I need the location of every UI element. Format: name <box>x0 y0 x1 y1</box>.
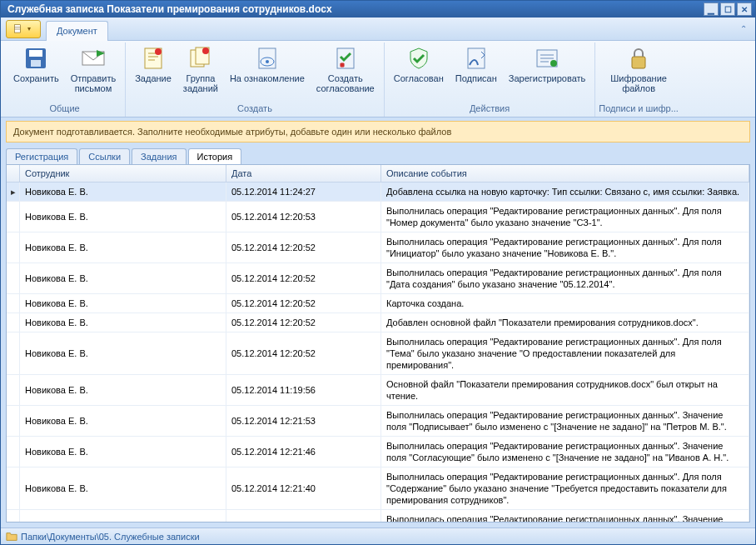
grid-header: Сотрудник Дата Описание события <box>7 165 749 182</box>
row-indicator <box>7 375 20 405</box>
agreed-label: Согласован <box>394 73 444 83</box>
cell-event: Выполнилась операция "Редактирование рег… <box>381 332 749 374</box>
app-window: Служебная записка Показатели премировани… <box>0 0 756 545</box>
row-indicator <box>7 406 20 436</box>
lock-icon <box>625 45 652 72</box>
history-grid: Сотрудник Дата Описание события ▸Новиков… <box>6 164 750 522</box>
detail-tabs: Регистрация Ссылки Задания История <box>1 146 755 164</box>
save-label: Сохранить <box>13 73 59 83</box>
table-row[interactable]: Новикова Е. В.05.12.2014 12:20:52Выполни… <box>7 232 749 263</box>
table-row[interactable]: Новикова Е. В.05.12.2014 12:20:52Выполни… <box>7 263 749 294</box>
row-indicator <box>7 332 20 374</box>
close-button[interactable]: ✕ <box>737 2 752 16</box>
eye-document-icon <box>254 45 281 72</box>
save-button[interactable]: Сохранить <box>7 42 65 86</box>
row-indicator <box>7 202 20 232</box>
table-row[interactable]: Новикова Е. В.05.12.2014 12:21:53Выполни… <box>7 406 749 437</box>
svg-rect-0 <box>14 24 20 32</box>
review-button[interactable]: На ознакомление <box>224 42 311 86</box>
cell-date: 05.12.2014 12:20:52 <box>226 294 381 312</box>
task-group-button[interactable]: Группа заданий <box>177 42 224 96</box>
window-title: Служебная записка Показатели премировани… <box>4 3 702 15</box>
table-row[interactable]: Новикова Е. В.05.12.2014 12:20:52Добавле… <box>7 313 749 332</box>
signed-button[interactable]: Подписан <box>450 42 503 86</box>
col-event[interactable]: Описание события <box>381 165 749 182</box>
app-menu-button[interactable]: ▾ <box>6 20 41 38</box>
svg-point-16 <box>550 60 557 67</box>
task-button[interactable]: Задание <box>129 42 177 86</box>
maximize-button[interactable]: ☐ <box>720 2 735 16</box>
cell-employee: Новикова Е. В. <box>20 182 226 201</box>
check-shield-icon <box>405 45 432 72</box>
cell-employee: Новикова Е. В. <box>20 406 226 436</box>
col-employee[interactable]: Сотрудник <box>20 165 226 182</box>
cell-event: Добавлена ссылка на новую карточку: Тип … <box>381 182 749 201</box>
svg-rect-3 <box>31 60 41 67</box>
cell-event: Выполнилась операция "Редактирование рег… <box>381 406 749 436</box>
cell-date: 05.12.2014 11:19:56 <box>226 375 381 405</box>
tab-history[interactable]: История <box>188 148 242 164</box>
create-approval-button[interactable]: Создать согласование <box>311 42 380 96</box>
ribbon-group-create: Задание Группа заданий На ознакомление С… <box>126 42 385 117</box>
ribbon-tab-document[interactable]: Документ <box>46 21 108 41</box>
table-row[interactable]: Новикова Е. В.05.12.2014 12:21:40Выполни… <box>7 468 749 510</box>
create-approval-label: Создать согласование <box>316 73 375 93</box>
table-row[interactable]: Новикова Е. В.05.12.2014 12:20:53Выполни… <box>7 202 749 232</box>
group-caption-sign: Подписи и шифр... <box>599 103 679 117</box>
row-indicator: ▸ <box>7 182 20 201</box>
cell-date: 05.12.2014 12:20:52 <box>226 313 381 332</box>
row-indicator <box>7 510 20 522</box>
table-row[interactable]: Новикова Е. В.05.12.2014 11:19:56Основно… <box>7 375 749 406</box>
send-mail-button[interactable]: Отправить письмом <box>65 42 122 96</box>
cell-date: 05.12.2014 12:21:53 <box>226 406 381 436</box>
cell-employee: Новикова Е. В. <box>20 468 226 509</box>
register-label: Зарегистрировать <box>509 73 586 83</box>
cell-event: Выполнилась операция "Редактирование рег… <box>381 202 749 232</box>
row-indicator <box>7 437 20 467</box>
svg-rect-14 <box>468 48 485 68</box>
cell-employee: Новикова Е. В. <box>20 263 226 293</box>
send-label: Отправить письмом <box>71 73 117 93</box>
col-date[interactable]: Дата <box>226 165 381 182</box>
ribbon-collapse-button[interactable]: ⌃ <box>737 22 750 36</box>
encrypt-button[interactable]: Шифрование файлов <box>604 42 673 96</box>
cell-event: Выполнилась операция "Редактирование рег… <box>381 437 749 467</box>
svg-rect-2 <box>29 50 42 57</box>
register-icon <box>534 45 560 72</box>
group-caption-common: Общие <box>7 103 122 117</box>
ribbon-group-actions: Согласован Подписан Зарегистрировать Дей… <box>385 42 596 117</box>
agreed-button[interactable]: Согласован <box>388 42 450 86</box>
tab-registration[interactable]: Регистрация <box>6 148 77 164</box>
table-row[interactable]: Новикова Е. В.05.12.2014 12:21:02Выполни… <box>7 510 749 522</box>
cell-event: Выполнилась операция "Редактирование рег… <box>381 263 749 293</box>
tab-tasks[interactable]: Задания <box>132 148 186 164</box>
cell-event: Основной файл "Показатели премирования с… <box>381 375 749 405</box>
tab-links[interactable]: Ссылки <box>79 148 130 164</box>
status-bar: Папки\Документы\05. Служебные записки <box>1 528 755 544</box>
row-indicator <box>7 263 20 293</box>
quick-access-row: ▾ Документ ⌃ <box>1 18 755 41</box>
signed-label: Подписан <box>455 73 497 83</box>
table-row[interactable]: Новикова Е. В.05.12.2014 12:20:52Выполни… <box>7 332 749 375</box>
task-icon <box>140 45 167 72</box>
cell-event: Выполнилась операция "Редактирование рег… <box>381 232 749 262</box>
table-row[interactable]: ▸Новикова Е. В.05.12.2014 11:24:27Добавл… <box>7 182 749 202</box>
cell-employee: Новикова Е. В. <box>20 437 226 467</box>
cell-event: Выполнилась операция "Редактирование рег… <box>381 468 749 509</box>
table-row[interactable]: Новикова Е. В.05.12.2014 12:21:46Выполни… <box>7 437 749 468</box>
ribbon-group-sign: Шифрование файлов Подписи и шифр... <box>595 42 682 117</box>
svg-point-12 <box>266 60 269 63</box>
minimize-button[interactable]: ▁ <box>704 2 719 16</box>
cell-date: 05.12.2014 12:21:40 <box>226 468 381 509</box>
cell-event: Добавлен основной файл "Показатели преми… <box>381 313 749 332</box>
group-caption-actions: Действия <box>388 103 592 117</box>
encrypt-label: Шифрование файлов <box>610 73 667 93</box>
cell-date: 05.12.2014 12:21:46 <box>226 437 381 467</box>
cell-employee: Новикова Е. В. <box>20 202 226 232</box>
table-row[interactable]: Новикова Е. В.05.12.2014 12:20:52Карточк… <box>7 294 749 313</box>
svg-point-9 <box>202 48 209 54</box>
row-indicator <box>7 468 20 509</box>
svg-rect-17 <box>632 57 645 68</box>
grid-body[interactable]: ▸Новикова Е. В.05.12.2014 11:24:27Добавл… <box>7 182 749 522</box>
register-button[interactable]: Зарегистрировать <box>503 42 592 86</box>
